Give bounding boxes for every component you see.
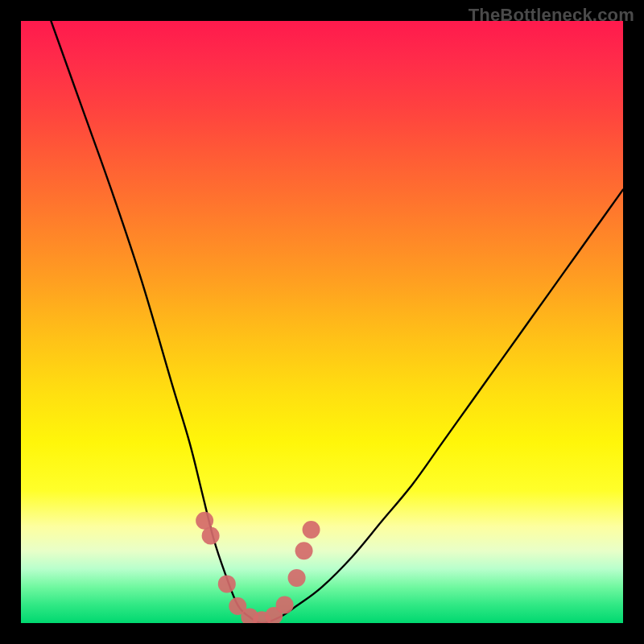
watermark-text: TheBottleneck.com — [469, 5, 634, 26]
chart-frame: TheBottleneck.com — [0, 0, 644, 644]
curve-path — [51, 21, 623, 623]
chart-svg — [21, 21, 623, 623]
valley-dot — [295, 542, 313, 559]
valley-dot — [276, 597, 294, 614]
valley-markers — [196, 512, 320, 623]
valley-dot — [303, 521, 320, 539]
bottleneck-curve — [51, 21, 623, 623]
plot-area — [21, 21, 623, 623]
valley-dot — [196, 512, 213, 530]
valley-dot — [218, 575, 236, 592]
valley-dot — [288, 569, 306, 587]
valley-dot — [202, 527, 220, 545]
